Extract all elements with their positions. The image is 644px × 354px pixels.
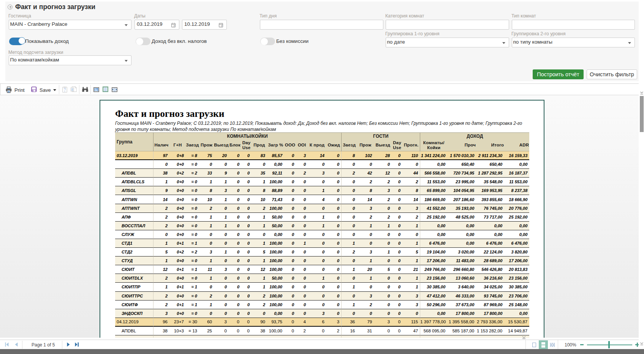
- svg-text:7: 7: [173, 24, 175, 27]
- svg-text:7: 7: [221, 24, 222, 27]
- svg-text:?: ?: [64, 88, 66, 92]
